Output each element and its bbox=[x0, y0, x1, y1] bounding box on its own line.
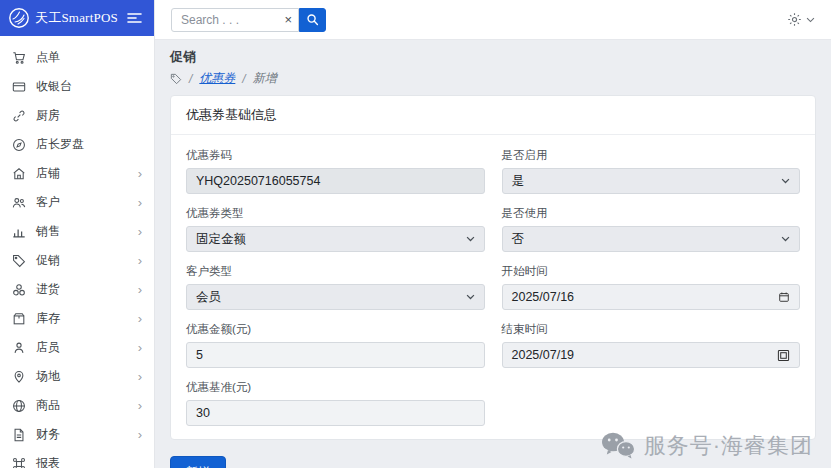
submit-button[interactable]: 新增 bbox=[170, 456, 226, 468]
discount-base-input[interactable] bbox=[196, 406, 475, 420]
brand-title: 天工SmartPOS bbox=[35, 9, 118, 27]
chevron-down-icon bbox=[806, 17, 815, 23]
cart-icon bbox=[12, 51, 26, 65]
calendar-icon[interactable] bbox=[778, 291, 790, 303]
breadcrumb-link-coupons[interactable]: 优惠券 bbox=[199, 70, 235, 87]
sidebar-item-label: 客户 bbox=[36, 194, 60, 211]
field-discount-base: 优惠基准(元) bbox=[186, 380, 485, 426]
used-select[interactable]: 否 bbox=[502, 226, 801, 252]
compass-icon bbox=[12, 138, 26, 152]
field-end-time: 结束时间 2025/07/19 bbox=[502, 322, 801, 368]
search-button[interactable] bbox=[299, 8, 326, 32]
sidebar-item-shop[interactable]: 店铺 › bbox=[0, 159, 154, 188]
start-date-value: 2025/07/16 bbox=[512, 290, 779, 304]
discount-amount-input[interactable] bbox=[196, 348, 475, 362]
field-label: 客户类型 bbox=[186, 264, 485, 279]
chevron-right-icon: › bbox=[138, 428, 142, 441]
sidebar-item-sales[interactable]: 销售 › bbox=[0, 217, 154, 246]
field-label: 是否启用 bbox=[502, 148, 801, 163]
enabled-select[interactable]: 是 bbox=[502, 168, 801, 194]
end-date-input[interactable]: 2025/07/19 bbox=[502, 342, 801, 368]
selected-value: 是 bbox=[512, 173, 782, 190]
sidebar-menu: 点单 收银台 厨房 店长罗盘 店铺 › 客户 › bbox=[0, 36, 154, 468]
field-start-time: 开始时间 2025/07/16 bbox=[502, 264, 801, 310]
sidebar-item-products[interactable]: 商品 › bbox=[0, 391, 154, 420]
coupon-code-input bbox=[186, 168, 485, 194]
chevron-right-icon: › bbox=[138, 370, 142, 383]
chevron-right-icon: › bbox=[138, 196, 142, 209]
gear-icon bbox=[787, 12, 802, 27]
cash-register-icon bbox=[12, 80, 26, 94]
field-used: 是否使用 否 bbox=[502, 206, 801, 252]
field-label: 优惠基准(元) bbox=[186, 380, 485, 395]
command-icon bbox=[12, 457, 26, 468]
settings-dropdown[interactable] bbox=[787, 12, 815, 27]
link-icon bbox=[12, 109, 26, 123]
sidebar-item-label: 收银台 bbox=[36, 78, 72, 95]
field-label: 结束时间 bbox=[502, 322, 801, 337]
chevron-right-icon: › bbox=[138, 312, 142, 325]
sidebar-item-label: 商品 bbox=[36, 397, 60, 414]
coupon-type-select[interactable]: 固定金额 bbox=[186, 226, 485, 252]
app-window: 天工SmartPOS 点单 收银台 厨房 店长罗盘 bbox=[0, 0, 831, 468]
coupon-code-value bbox=[196, 174, 475, 188]
customer-type-select[interactable]: 会员 bbox=[186, 284, 485, 310]
discount-base-input-wrap bbox=[186, 400, 485, 426]
sidebar-item-purchasing[interactable]: 进货 › bbox=[0, 275, 154, 304]
sidebar-item-inventory[interactable]: 库存 › bbox=[0, 304, 154, 333]
chevron-down-icon bbox=[466, 294, 475, 300]
search-box: × bbox=[171, 8, 299, 32]
sidebar-toggle-icon[interactable] bbox=[127, 12, 142, 24]
sidebar-header: 天工SmartPOS bbox=[0, 0, 154, 36]
bar-chart-icon bbox=[12, 225, 26, 239]
chevron-right-icon: › bbox=[138, 341, 142, 354]
box-icon bbox=[12, 312, 26, 326]
sidebar-item-reports[interactable]: 报表 bbox=[0, 449, 154, 468]
chevron-right-icon: › bbox=[138, 167, 142, 180]
card-body: 优惠券码 优惠券类型 固定金额 bbox=[171, 135, 815, 439]
field-label: 优惠金额(元) bbox=[186, 322, 485, 337]
clear-search-icon[interactable]: × bbox=[284, 13, 292, 26]
breadcrumb-current: 新增 bbox=[253, 70, 277, 87]
chevron-right-icon: › bbox=[138, 399, 142, 412]
brand-logo-icon bbox=[8, 7, 30, 29]
sidebar-item-label: 进货 bbox=[36, 281, 60, 298]
shop-icon bbox=[12, 167, 26, 181]
sidebar-item-label: 场地 bbox=[36, 368, 60, 385]
sidebar-item-order[interactable]: 点单 bbox=[0, 43, 154, 72]
sidebar-item-label: 库存 bbox=[36, 310, 60, 327]
sidebar-item-finance[interactable]: 财务 › bbox=[0, 420, 154, 449]
field-label: 开始时间 bbox=[502, 264, 801, 279]
chevron-right-icon: › bbox=[138, 283, 142, 296]
map-pin-icon bbox=[12, 370, 26, 384]
globe-icon bbox=[12, 399, 26, 413]
sidebar-item-label: 财务 bbox=[36, 426, 60, 443]
search-icon bbox=[306, 13, 319, 26]
sidebar-item-label: 点单 bbox=[36, 49, 60, 66]
form-column-left: 优惠券码 优惠券类型 固定金额 bbox=[186, 148, 485, 438]
chevron-down-icon bbox=[781, 178, 790, 184]
tag-icon bbox=[170, 73, 182, 85]
sidebar-item-kitchen[interactable]: 厨房 bbox=[0, 101, 154, 130]
field-label: 优惠券码 bbox=[186, 148, 485, 163]
start-date-input[interactable]: 2025/07/16 bbox=[502, 284, 801, 310]
sidebar-item-venue[interactable]: 场地 › bbox=[0, 362, 154, 391]
sidebar-item-cashier[interactable]: 收银台 bbox=[0, 72, 154, 101]
sidebar-item-compass[interactable]: 店长罗盘 bbox=[0, 130, 154, 159]
breadcrumb-separator: / bbox=[189, 72, 192, 86]
sidebar-item-staff[interactable]: 店员 › bbox=[0, 333, 154, 362]
chevron-down-icon bbox=[466, 236, 475, 242]
person-icon bbox=[12, 341, 26, 355]
selected-value: 否 bbox=[512, 231, 782, 248]
sidebar-item-customers[interactable]: 客户 › bbox=[0, 188, 154, 217]
main-area: × 促销 / 优惠券 / 新增 bbox=[155, 0, 831, 468]
search-input[interactable] bbox=[181, 13, 271, 27]
tag-icon bbox=[12, 254, 26, 268]
field-discount-amount: 优惠金额(元) bbox=[186, 322, 485, 368]
calendar-focused-icon[interactable] bbox=[777, 349, 790, 362]
sidebar-item-promotion[interactable]: 促销 › bbox=[0, 246, 154, 275]
card-title: 优惠券基础信息 bbox=[171, 96, 815, 135]
chevron-down-icon bbox=[781, 236, 790, 242]
breadcrumb-separator: / bbox=[242, 72, 245, 86]
topbar: × bbox=[155, 0, 831, 40]
